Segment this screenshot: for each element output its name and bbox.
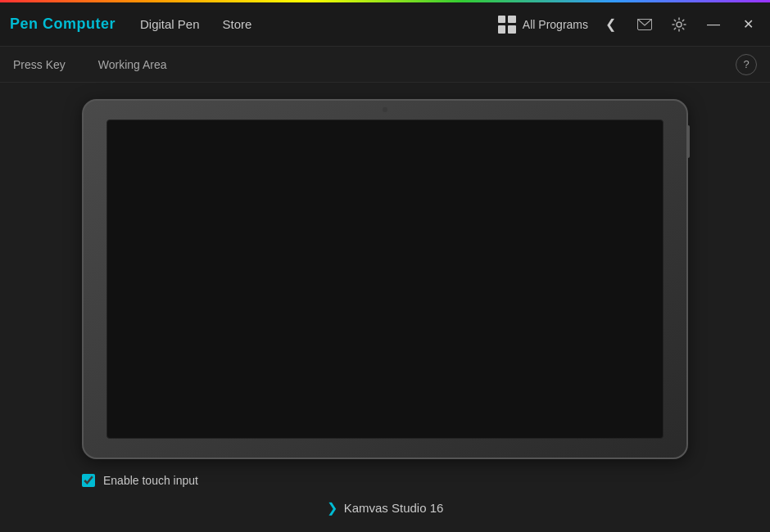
- help-button[interactable]: ?: [736, 54, 757, 75]
- svg-point-1: [677, 22, 682, 27]
- minimize-button[interactable]: —: [701, 12, 726, 37]
- all-programs-label: All Programs: [523, 18, 588, 31]
- title-bar-right: All Programs ❮ — ✕: [498, 12, 760, 37]
- settings-button[interactable]: [667, 12, 691, 37]
- back-button[interactable]: ❮: [598, 12, 623, 37]
- nav-store[interactable]: Store: [223, 14, 252, 34]
- app-title: Pen Computer: [10, 16, 116, 33]
- enable-touch-label[interactable]: Enable touch input: [103, 474, 198, 487]
- press-key-tab[interactable]: Press Key: [13, 58, 66, 71]
- tablet-screen: [106, 119, 664, 439]
- mail-button[interactable]: [632, 12, 657, 37]
- enable-touch-checkbox[interactable]: [82, 474, 95, 487]
- main-content: Enable touch input: [0, 83, 770, 503]
- toolbar: Press Key Working Area ?: [0, 47, 770, 83]
- close-button[interactable]: ✕: [736, 12, 760, 37]
- chevron-right-icon: ❯: [327, 500, 337, 516]
- title-bar: Pen Computer Digital Pen Store All Progr…: [0, 2, 770, 47]
- tablet-device: [82, 99, 688, 459]
- nav-digital-pen[interactable]: Digital Pen: [140, 14, 200, 34]
- working-area-tab[interactable]: Working Area: [98, 58, 167, 71]
- all-programs-group[interactable]: All Programs: [498, 16, 588, 34]
- bottom-controls: Enable touch input: [82, 474, 688, 487]
- grid-icon: [498, 16, 516, 34]
- device-selector[interactable]: ❯ Kamvas Studio 16: [327, 500, 444, 516]
- device-name: Kamvas Studio 16: [344, 501, 444, 515]
